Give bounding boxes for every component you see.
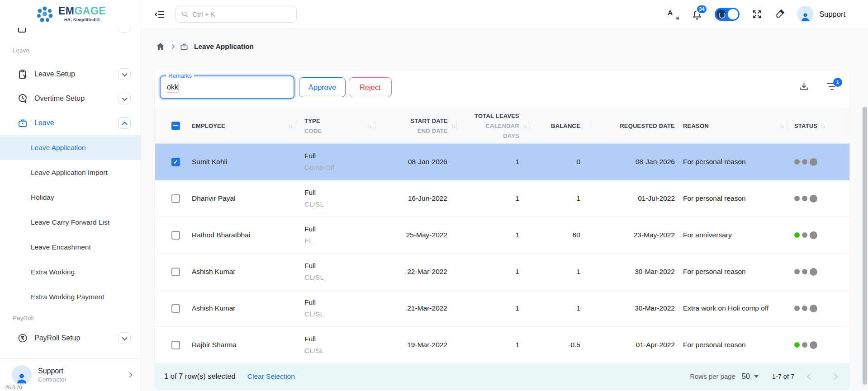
sidebar-item-payroll-setup[interactable]: PayRoll Setup (0, 326, 141, 350)
overtime-setup-icon (17, 93, 28, 104)
status-indicator[interactable] (787, 268, 849, 276)
previous-page-button[interactable] (807, 373, 813, 379)
status-indicator[interactable] (787, 231, 849, 239)
sidebar-section-payroll: PayRoll (0, 309, 141, 323)
brand-name: EMGAGE (58, 6, 106, 16)
header-balance[interactable]: BALANCE (529, 122, 590, 129)
sidebar-subitem-extra-working-payment[interactable]: Extra Working Payment (0, 284, 141, 309)
header-total-leaves[interactable]: TOTAL LEAVES CALENDAR DAYS ↑↓ (457, 113, 529, 139)
toggle-knob (728, 9, 738, 19)
sidebar-section-leave: Leave (0, 38, 141, 56)
row-checkbox[interactable] (171, 268, 180, 276)
leave-setup-icon (17, 69, 28, 80)
leave-collapse-chevron[interactable] (118, 117, 131, 129)
table-row[interactable]: Ashish Kumar FullCL/SL 22-Mar-2022 1 1 3… (155, 254, 849, 290)
sidebar: EMGAGE HR, Simplified!® Leave Leave Setu… (0, 0, 141, 391)
status-indicator[interactable] (787, 305, 849, 312)
sidebar-collapse-icon[interactable] (154, 9, 166, 20)
rows-per-page-select[interactable]: 50 (742, 372, 759, 381)
download-icon[interactable] (798, 81, 810, 92)
theme-brush-icon[interactable] (774, 9, 785, 19)
table-row[interactable]: Rathod Bharatbhai FullEL 25-May-2022 1 6… (155, 217, 849, 254)
app-version: 25.0.70 (5, 385, 22, 390)
pagination-range: 1-7 of 7 (772, 373, 794, 380)
sidebar-subitem-holiday[interactable]: Holiday (0, 185, 141, 210)
card-toolbar: Remarks okk Approve Reject 1 (155, 70, 849, 108)
row-checkbox[interactable] (171, 194, 180, 203)
sort-icon[interactable]: ↑↓ (522, 122, 526, 129)
sort-icon[interactable]: ↑↓ (288, 122, 292, 129)
row-checkbox[interactable]: ✓ (171, 158, 180, 166)
header-employee[interactable]: EMPLOYEE ↑↓ (185, 122, 296, 129)
table-row[interactable]: Ashish Kumar FullCL/SL 21-Mar-2022 1 1 3… (155, 290, 849, 327)
header-status[interactable]: STATUS ↑↓ (787, 122, 849, 129)
table-row[interactable]: ✓ Sumit Kohli FullComp-Off 08-Jan-2026 1… (155, 144, 849, 180)
brand-tagline: HR, Simplified!® (58, 18, 106, 22)
home-icon[interactable] (156, 42, 165, 51)
sidebar-subitem-leave-carry-forward-list[interactable]: Leave Carry Forward List (0, 210, 141, 235)
user-role: Contractor (38, 376, 128, 383)
sidebar-item-leave-setup[interactable]: Leave Setup (0, 62, 141, 86)
notifications-bell-icon[interactable]: 34 (692, 9, 702, 20)
topbar-avatar (797, 6, 814, 23)
remarks-input[interactable]: Remarks okk (160, 75, 294, 99)
sort-icon[interactable]: ↑↓ (821, 122, 825, 129)
table-header: EMPLOYEE ↑↓ TYPECODE ↑↓ START DATEEND DA… (155, 108, 849, 144)
next-page-button[interactable] (831, 373, 838, 379)
filter-count-badge: 1 (833, 78, 842, 87)
row-checkbox[interactable] (171, 304, 180, 313)
sidebar-item-clipped[interactable] (0, 28, 141, 38)
page-title: Leave Application (194, 42, 254, 51)
sort-icon[interactable]: ↑↓ (367, 122, 371, 129)
sort-icon[interactable]: ↑↓ (451, 122, 455, 129)
header-requested-date[interactable]: REQUESTED DATE (590, 122, 678, 129)
global-search[interactable] (175, 6, 297, 23)
language-switch-icon[interactable]: A अ (668, 9, 679, 20)
sidebar-subitem-leave-application-import[interactable]: Leave Application Import (0, 160, 141, 185)
status-indicator[interactable] (787, 195, 849, 203)
sidebar-item-leave[interactable]: Leave (0, 111, 141, 135)
rows-per-page-label: Rows per page (690, 372, 735, 380)
user-card-chevron-icon (127, 372, 133, 378)
header-start-end-date[interactable]: START DATEEND DATE ↑↓ (375, 118, 457, 134)
row-checkbox[interactable] (171, 231, 180, 240)
approve-button[interactable]: Approve (299, 77, 346, 97)
fullscreen-icon[interactable] (752, 9, 762, 19)
payroll-setup-icon (17, 333, 28, 344)
reject-button[interactable]: Reject (349, 77, 392, 97)
topbar-user-chip[interactable]: Support (797, 6, 845, 23)
toggle-face-icon (716, 9, 726, 19)
leave-icon (17, 118, 28, 128)
sidebar-subitem-leave-application[interactable]: Leave Application (0, 135, 141, 160)
sidebar-item-overtime-setup[interactable]: Overtime Setup (0, 86, 141, 111)
sidebar-subitem-leave-encashment[interactable]: Leave Encashment (0, 235, 141, 259)
status-indicator[interactable] (787, 341, 849, 349)
topbar-user-name: Support (819, 10, 845, 19)
brand-logo[interactable]: EMGAGE HR, Simplified!® (0, 0, 141, 28)
window-scrollbar[interactable] (863, 30, 868, 390)
leave-setup-expand-chevron[interactable] (118, 68, 131, 80)
theme-toggle[interactable] (715, 8, 740, 21)
overtime-setup-expand-chevron[interactable] (118, 93, 131, 104)
clear-selection-link[interactable]: Clear Selection (247, 372, 295, 381)
header-type-code[interactable]: TYPECODE ↑↓ (296, 118, 375, 134)
text-caret (179, 83, 180, 92)
sidebar-subitem-extra-working[interactable]: Extra Working (0, 259, 141, 284)
table-row[interactable]: Dhanvir Payal FullCL/SL 16-Jun-2022 1 1 … (155, 180, 849, 217)
filter-icon[interactable]: 1 (827, 83, 837, 90)
table-footer: 1 of 7 row(s) selected Clear Selection R… (155, 363, 849, 389)
main-content: Leave Application Remarks okk Approve Re… (141, 29, 868, 391)
header-reason[interactable]: REASON ↑↓ (678, 122, 787, 129)
row-checkbox[interactable] (171, 341, 180, 349)
status-indicator[interactable] (787, 158, 849, 166)
topbar: A अ 34 (141, 0, 868, 29)
brand-logo-icon (35, 4, 55, 24)
payroll-setup-expand-chevron[interactable] (118, 332, 131, 344)
search-icon (181, 10, 188, 18)
scrollbar-thumb[interactable] (863, 107, 867, 385)
search-input[interactable] (192, 10, 291, 18)
table-row[interactable]: Rajbir Sharma FullCL/SL 19-Mar-2022 1 -0… (155, 327, 849, 363)
sort-icon[interactable]: ↑↓ (779, 122, 783, 129)
header-select-all[interactable] (155, 122, 185, 130)
select-all-checkbox[interactable] (171, 122, 180, 130)
